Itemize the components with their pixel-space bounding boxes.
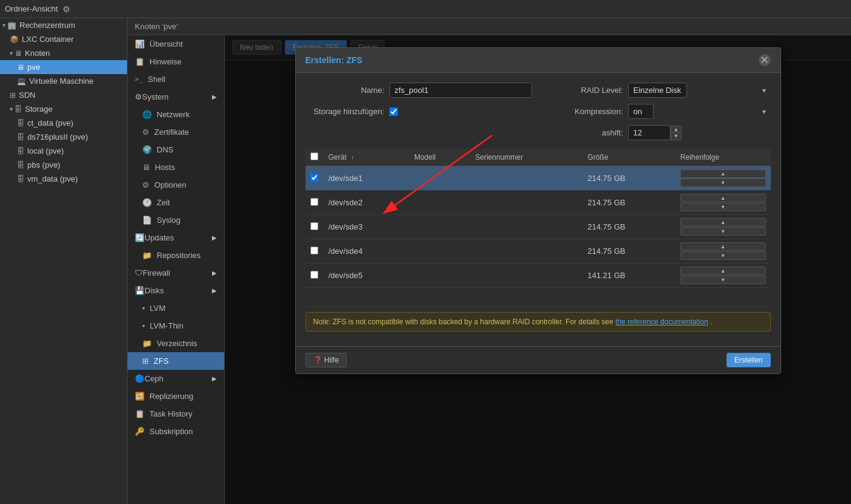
nav-label-repositories: Repositories — [157, 251, 200, 260]
nav-zfs[interactable]: ⊞ ZFS — [128, 352, 224, 370]
kompression-select[interactable]: on off lz4 gzip — [628, 104, 654, 119]
order-up-sde4[interactable]: ▲ — [680, 242, 765, 251]
top-bar: Ordner-Ansicht ⚙ — [0, 0, 851, 18]
sidebar-label-pve: pve — [27, 63, 40, 72]
sidebar-label-local: local (pve) — [27, 146, 64, 155]
sidebar-item-local[interactable]: 🗄 local (pve) — [0, 144, 127, 158]
zfs-icon: ⊞ — [142, 356, 149, 366]
nav-subskription[interactable]: 🔑 Subskription — [128, 423, 224, 440]
order-up-sde2[interactable]: ▲ — [680, 194, 765, 202]
nav-dns[interactable]: 🌍 DNS — [128, 141, 224, 158]
raid-select[interactable]: Einzelne Disk Mirror RAID-Z RAID-Z2 RAID… — [628, 83, 687, 98]
sidebar-item-pve[interactable]: 🖥 pve — [0, 60, 127, 74]
sidebar-item-rechenzentrum[interactable]: ▾ 🏢 Rechenzentrum — [0, 18, 127, 32]
nav-task-history[interactable]: 📋 Task History — [128, 405, 224, 423]
main-layout: ▾ 🏢 Rechenzentrum 📦 LXC Container ▾ 🖥 Kn… — [0, 18, 851, 504]
disk-checkbox-sde3[interactable] — [310, 222, 318, 230]
select-all-checkbox[interactable] — [310, 152, 318, 160]
disk-checkbox-sde1[interactable] — [310, 174, 318, 182]
order-down-sde2[interactable]: ▼ — [680, 203, 765, 211]
disk-checkbox-sde2[interactable] — [310, 198, 318, 206]
nav-netzwerk[interactable]: 🌐 Netzwerk — [128, 106, 224, 123]
sidebar-item-pbs[interactable]: 🗄 pbs (pve) — [0, 158, 127, 172]
nav-label-updates: Updates — [145, 233, 174, 242]
nav-firewall[interactable]: 🛡 Firewall ▶ — [128, 264, 224, 282]
kompression-field: Kompression: on off lz4 gzip — [544, 104, 771, 119]
name-input[interactable] — [389, 83, 532, 98]
syslog-icon: 📄 — [142, 216, 152, 225]
optionen-icon: ⚙ — [142, 180, 149, 189]
pve-icon: 🖥 — [17, 63, 24, 72]
ashift-input[interactable] — [628, 125, 671, 140]
nav-zeit[interactable]: 🕐 Zeit — [128, 194, 224, 211]
storage-checkbox[interactable] — [389, 107, 398, 116]
disk-order-sde1: ▲ ▼ — [675, 166, 770, 191]
note-link[interactable]: the reference documentation — [615, 318, 708, 326]
nav-ceph[interactable]: 🔵 Ceph ▶ — [128, 370, 224, 387]
disk-row-sde4[interactable]: /dev/sde4 214.75 GB ▲ ▼ — [306, 239, 771, 264]
sidebar-item-vm-data[interactable]: 🗄 vm_data (pve) — [0, 172, 127, 186]
disk-checkbox-sde5[interactable] — [310, 271, 318, 279]
order-down-sde4[interactable]: ▼ — [680, 251, 765, 260]
create-button[interactable]: Erstellen — [726, 353, 771, 367]
modal-create-zfs: Erstellen: ZFS ✕ Name: — [295, 47, 781, 374]
nav-hinweise[interactable]: 📋 Hinweise — [128, 53, 224, 70]
disk-size-sde1: 214.75 GB — [583, 166, 675, 191]
nav-zertifikate[interactable]: ⚙ Zertifikate — [128, 123, 224, 141]
firewall-expand-icon: ▶ — [212, 270, 217, 276]
nav-uebersicht[interactable]: 📊 Übersicht — [128, 35, 224, 53]
nav-lvm[interactable]: ▪ LVM — [128, 299, 224, 317]
order-down-sde5[interactable]: ▼ — [680, 276, 765, 284]
nav-shell[interactable]: >_ Shell — [128, 70, 224, 88]
nav-hosts[interactable]: 🖥 Hosts — [128, 158, 224, 176]
sidebar-item-ct-data[interactable]: 🗄 ct_data (pve) — [0, 116, 127, 130]
nav-replizierung[interactable]: 🔁 Replizierung — [128, 387, 224, 405]
disk-row-sde3[interactable]: /dev/sde3 214.75 GB ▲ ▼ — [306, 215, 771, 239]
sidebar-item-knoten[interactable]: ▾ 🖥 Knoten — [0, 46, 127, 60]
disk-row-sde2[interactable]: /dev/sde2 214.75 GB ▲ ▼ — [306, 191, 771, 215]
help-button[interactable]: ❓ Hilfe — [306, 353, 347, 367]
nav-repositories[interactable]: 📁 Repositories — [128, 247, 224, 264]
sdn-icon: ⊞ — [10, 91, 16, 100]
disk-order-sde5: ▲ ▼ — [675, 264, 770, 288]
sidebar-item-sdn[interactable]: ⊞ SDN — [0, 88, 127, 102]
disk-model-sde2 — [409, 191, 470, 215]
modal-close-button[interactable]: ✕ — [759, 54, 771, 66]
nav-label-zertifikate: Zertifikate — [154, 128, 189, 137]
nav-label-syslog: Syslog — [157, 216, 180, 225]
nav-updates[interactable]: 🔄 Updates ▶ — [128, 229, 224, 247]
nav-label-replizierung: Replizierung — [149, 392, 193, 401]
disk-serial-sde2 — [470, 191, 583, 215]
order-up-sde3[interactable]: ▲ — [680, 218, 765, 226]
content-with-nav: 📊 Übersicht 📋 Hinweise >_ Shell ⚙ System… — [128, 35, 851, 504]
sidebar-item-virtuelle[interactable]: 💻 Virtuelle Maschine — [0, 74, 127, 88]
nav-label-shell: Shell — [148, 75, 165, 84]
order-up-sde1[interactable]: ▲ — [680, 169, 765, 178]
sidebar-label-ct-data: ct_data (pve) — [27, 118, 73, 128]
sidebar-item-ds716[interactable]: 🗄 ds716plusII (pve) — [0, 130, 127, 144]
nav-optionen[interactable]: ⚙ Optionen — [128, 176, 224, 194]
storage-icon: 🗄 — [15, 105, 22, 114]
disk-row-sde5[interactable]: /dev/sde5 141.21 GB ▲ ▼ — [306, 264, 771, 288]
disk-checkbox-sde4[interactable] — [310, 247, 318, 254]
disk-serial-sde3 — [470, 215, 583, 239]
order-down-sde3[interactable]: ▼ — [680, 227, 765, 236]
system-icon: ⚙ — [135, 92, 142, 101]
sidebar-item-lxc[interactable]: 📦 LXC Container — [0, 32, 127, 46]
nav-syslog[interactable]: 📄 Syslog — [128, 211, 224, 229]
ashift-decrement[interactable]: ▼ — [671, 133, 682, 140]
gear-icon[interactable]: ⚙ — [63, 4, 70, 14]
sidebar-item-storage[interactable]: ▾ 🗄 Storage — [0, 102, 127, 116]
sidebar-label-vm: Virtuelle Maschine — [29, 77, 94, 86]
disk-device-sde4: /dev/sde4 — [324, 239, 409, 264]
disk-row-sde1[interactable]: /dev/sde1 214.75 GB ▲ ▼ — [306, 166, 771, 191]
ashift-increment[interactable]: ▲ — [671, 126, 682, 133]
nav-verzeichnis[interactable]: 📁 Verzeichnis — [128, 335, 224, 352]
nav-lvm-thin[interactable]: ▪ LVM-Thin — [128, 317, 224, 335]
nav-system[interactable]: ⚙ System ▶ — [128, 88, 224, 106]
order-down-sde1[interactable]: ▼ — [680, 179, 765, 187]
nav-disks[interactable]: 💾 Disks ▶ — [128, 282, 224, 299]
order-up-sde5[interactable]: ▲ — [680, 267, 765, 275]
sidebar: ▾ 🏢 Rechenzentrum 📦 LXC Container ▾ 🖥 Kn… — [0, 18, 128, 504]
nav-label-lvm-thin: LVM-Thin — [150, 321, 183, 330]
